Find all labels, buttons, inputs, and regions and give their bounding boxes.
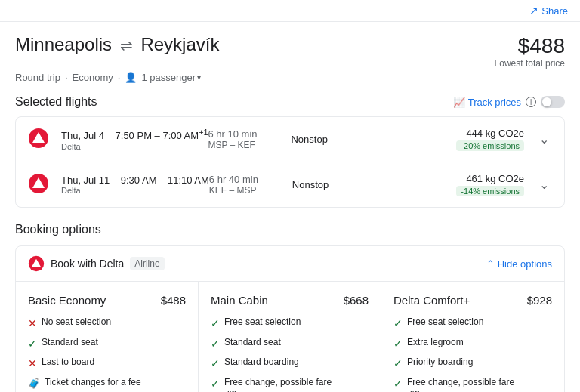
fare-header: Basic Economy $488 (28, 294, 186, 307)
fare-price: $488 (161, 294, 186, 307)
flight-emissions: 444 kg CO2e -20% emissions (366, 128, 524, 151)
track-prices-toggle[interactable] (541, 96, 565, 108)
share-label: Share (541, 5, 568, 17)
check-icon: ✓ (393, 316, 403, 332)
flight-duration: 6 hr 40 min KEF – MSP (209, 174, 292, 196)
passengers-count[interactable]: 1 passenger ▾ (141, 72, 201, 83)
x-icon: ✕ (28, 357, 37, 372)
check-icon: ✓ (211, 357, 220, 372)
trip-meta: Round trip · Economy · 👤 1 passenger ▾ (15, 72, 565, 83)
trip-type: Round trip (15, 72, 60, 83)
flight-date: Thu, Jul 11 9:30 AM – 11:10 AM (61, 174, 209, 186)
toggle-knob (542, 97, 551, 106)
feature-list: ✓ Free seat selection ✓ Extra legroom ✓ … (393, 316, 552, 392)
booking-options-title: Booking options (15, 223, 565, 236)
emissions-badge: -14% emissions (456, 186, 524, 196)
lowest-price-label: Lowest total price (495, 58, 565, 69)
flight-info: Thu, Jul 4 7:50 PM – 7:00 AM+1 Delta 6 h… (61, 128, 524, 151)
header-bar: ↗ Share (0, 0, 580, 22)
feature-item: ✓ Priority boarding (393, 356, 552, 372)
fare-name: Delta Comfort+ (393, 294, 470, 307)
flight-stops: Nonstop (291, 134, 366, 145)
airline-logo (28, 173, 49, 196)
track-prices-row: 📈 Track prices i (453, 96, 565, 108)
check-icon: ✓ (211, 377, 220, 392)
check-icon: ✓ (393, 337, 403, 352)
flight-emissions: 461 kg CO2e -14% emissions (368, 173, 524, 196)
hide-options-button[interactable]: ⌃ Hide options (486, 258, 552, 270)
fare-header: Delta Comfort+ $928 (393, 294, 552, 307)
check-icon: ✓ (211, 316, 220, 332)
feature-item: ✓ Free seat selection (211, 316, 369, 332)
airline-tag: Airline (130, 257, 164, 270)
destination: Reykjavík (140, 34, 219, 54)
trending-icon: 📈 (453, 97, 465, 108)
check-icon: ✓ (393, 377, 403, 392)
selected-flights-title: Selected flights (15, 95, 97, 109)
fare-price: $928 (527, 294, 552, 307)
passengers-icon: 👤 (125, 72, 137, 83)
feature-item: ✕ Last to board (28, 356, 186, 372)
feature-item: ✓ Standard seat (28, 336, 186, 352)
selected-flights-header: Selected flights 📈 Track prices i (15, 95, 565, 109)
flight-expand-button[interactable]: ⌄ (536, 129, 552, 150)
chevron-up-icon: ⌃ (486, 258, 495, 270)
feature-item: ✓ Free change, possible fare difference (393, 376, 552, 392)
fare-col-main-cabin: Main Cabin $668 ✓ Free seat selection ✓ … (199, 282, 381, 392)
feature-item: ✓ Free seat selection (393, 316, 552, 332)
check-icon: ✓ (211, 337, 220, 352)
route-title: Minneapolis ⇌ Reykjavík (15, 34, 219, 55)
feature-item: ✓ Standard seat (211, 336, 369, 352)
flight-datetime: Thu, Jul 4 7:50 PM – 7:00 AM+1 Delta (61, 128, 208, 150)
share-icon: ↗ (529, 5, 538, 17)
flights-section: Thu, Jul 4 7:50 PM – 7:00 AM+1 Delta 6 h… (15, 116, 565, 208)
flight-info: Thu, Jul 11 9:30 AM – 11:10 AM Delta 6 h… (61, 173, 524, 196)
flight-row: Thu, Jul 4 7:50 PM – 7:00 AM+1 Delta 6 h… (16, 117, 564, 162)
chevron-down-icon: ▾ (197, 73, 201, 82)
fare-col-basic-economy: Basic Economy $488 ✕ No seat selection ✓… (16, 282, 199, 392)
flight-stops: Nonstop (292, 179, 368, 190)
feature-item: ✓ Free change, possible fare difference (211, 376, 369, 392)
baggage-icon: 🧳 (28, 377, 40, 390)
price-block: $488 Lowest total price (495, 34, 565, 69)
airline-name: Delta (61, 186, 209, 195)
airline-logo (28, 128, 49, 151)
fare-name: Main Cabin (211, 294, 268, 307)
track-prices-link[interactable]: 📈 Track prices (453, 97, 521, 108)
route-price-row: Minneapolis ⇌ Reykjavík $488 Lowest tota… (15, 34, 565, 69)
feature-item: ✓ Standard boarding (211, 356, 369, 372)
flight-row: Thu, Jul 11 9:30 AM – 11:10 AM Delta 6 h… (16, 162, 564, 207)
flight-expand-button[interactable]: ⌄ (536, 174, 552, 195)
feature-item: ✕ No seat selection (28, 316, 186, 332)
airline-name: Delta (61, 142, 208, 151)
feature-list: ✓ Free seat selection ✓ Standard seat ✓ … (211, 316, 369, 392)
x-icon: ✕ (28, 316, 37, 332)
fare-price: $668 (344, 294, 369, 307)
track-prices-info-icon[interactable]: i (526, 97, 536, 107)
flight-date: Thu, Jul 4 7:50 PM – 7:00 AM+1 (61, 128, 208, 141)
booking-airline-name: Book with Delta (51, 258, 124, 270)
cabin-class: Economy (72, 72, 113, 83)
booking-header: Book with Delta Airline ⌃ Hide options (16, 246, 564, 282)
main-content: Minneapolis ⇌ Reykjavík $488 Lowest tota… (0, 22, 580, 392)
check-icon: ✓ (393, 357, 403, 372)
fare-name: Basic Economy (28, 294, 106, 307)
emissions-badge: -20% emissions (456, 140, 524, 151)
flight-datetime: Thu, Jul 11 9:30 AM – 11:10 AM Delta (61, 174, 209, 195)
origin: Minneapolis (15, 34, 112, 54)
delta-logo (28, 255, 45, 272)
fare-columns: Basic Economy $488 ✕ No seat selection ✓… (16, 282, 564, 392)
total-price: $488 (495, 34, 565, 58)
check-icon: ✓ (28, 337, 37, 352)
feature-item: 🧳 Ticket changes for a fee (28, 376, 186, 390)
feature-item: ✓ Extra legroom (393, 336, 552, 352)
fare-header: Main Cabin $668 (211, 294, 369, 307)
booking-airline-row: Book with Delta Airline (28, 255, 165, 272)
route-arrow: ⇌ (120, 37, 133, 54)
share-button[interactable]: ↗ Share (529, 5, 568, 17)
booking-card: Book with Delta Airline ⌃ Hide options B… (15, 245, 565, 392)
feature-list: ✕ No seat selection ✓ Standard seat ✕ La… (28, 316, 186, 390)
flight-duration: 6 hr 10 min MSP – KEF (208, 128, 291, 150)
fare-col-delta-comfort: Delta Comfort+ $928 ✓ Free seat selectio… (381, 282, 564, 392)
